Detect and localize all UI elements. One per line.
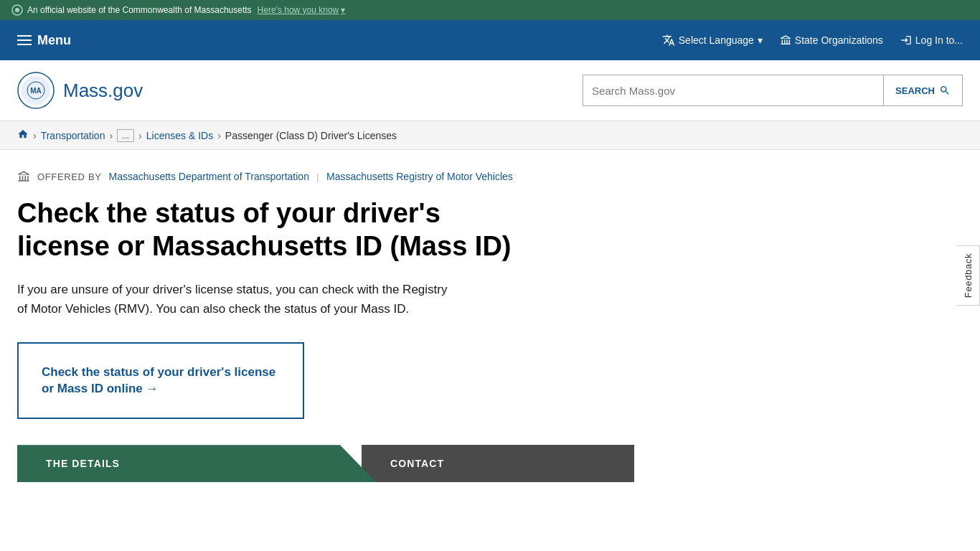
language-chevron-icon: ▾ xyxy=(758,34,763,46)
state-org-label: State Organizations xyxy=(795,34,883,46)
hamburger-icon xyxy=(17,35,32,45)
intro-text: If you are unsure of your driver's licen… xyxy=(17,280,448,319)
breadcrumb-separator-1: › xyxy=(33,130,37,141)
menu-label: Menu xyxy=(37,33,71,48)
breadcrumb-separator-2: › xyxy=(109,130,113,141)
offered-by-label: OFFERED BY xyxy=(37,171,102,182)
tab-contact[interactable]: CONTACT xyxy=(362,445,634,482)
offered-by-divider: | xyxy=(316,171,319,182)
log-in-link[interactable]: Log In to... xyxy=(900,34,963,46)
offered-by-org1-link[interactable]: Massachusetts Department of Transportati… xyxy=(109,171,309,182)
search-button[interactable]: SEARCH xyxy=(884,75,963,106)
breadcrumb-ellipsis[interactable]: ... xyxy=(117,129,134,142)
official-text-area: An official website of the Commonwealth … xyxy=(11,4,252,16)
svg-point-1 xyxy=(15,8,19,12)
how-you-know-link[interactable]: Here's how you know ▾ xyxy=(258,5,346,15)
home-icon xyxy=(17,128,29,140)
cta-link[interactable]: Check the status of your driver's licens… xyxy=(42,365,275,396)
page-title: Check the status of your driver's licens… xyxy=(17,197,519,263)
nav-right-area: Select Language ▾ State Organizations Lo… xyxy=(662,34,963,47)
cta-card[interactable]: Check the status of your driver's licens… xyxy=(17,342,304,420)
ma-seal-icon xyxy=(11,4,23,16)
main-content: OFFERED BY Massachusetts Department of T… xyxy=(0,150,933,482)
site-header: MA Mass.gov SEARCH xyxy=(0,60,980,121)
menu-button[interactable]: Menu xyxy=(17,33,71,48)
search-input[interactable] xyxy=(583,75,884,106)
breadcrumb-current-page: Passenger (Class D) Driver's Licenses xyxy=(225,130,397,141)
feedback-tab[interactable]: Feedback xyxy=(957,245,980,306)
offered-by-org2-link[interactable]: Massachusetts Registry of Motor Vehicles xyxy=(326,171,513,182)
breadcrumb-licenses-ids[interactable]: Licenses & IDs xyxy=(146,130,213,141)
top-banner: An official website of the Commonwealth … xyxy=(0,0,980,20)
bottom-tabs: THE DETAILS CONTACT xyxy=(17,445,915,482)
search-area: SEARCH xyxy=(583,75,963,106)
official-text: An official website of the Commonwealth … xyxy=(27,5,252,15)
site-logo-text[interactable]: Mass.gov xyxy=(63,80,143,102)
state-organizations-link[interactable]: State Organizations xyxy=(780,34,883,46)
breadcrumb: › Transportation › ... › Licenses & IDs … xyxy=(0,121,980,150)
tab-details[interactable]: THE DETAILS xyxy=(17,445,376,482)
building-icon xyxy=(17,170,30,183)
nav-bar: Menu Select Language ▾ State Organizatio… xyxy=(0,20,980,60)
chevron-icon: ▾ xyxy=(341,5,345,15)
select-language-label: Select Language xyxy=(679,34,754,46)
offered-by-area: OFFERED BY Massachusetts Department of T… xyxy=(17,170,915,183)
breadcrumb-separator-3: › xyxy=(138,130,142,141)
log-in-label: Log In to... xyxy=(915,34,963,46)
logo-area[interactable]: MA Mass.gov xyxy=(17,72,143,109)
breadcrumb-home[interactable] xyxy=(17,128,29,142)
mass-seal-icon: MA xyxy=(17,72,55,109)
breadcrumb-transportation[interactable]: Transportation xyxy=(41,130,105,141)
svg-text:MA: MA xyxy=(30,87,42,95)
breadcrumb-separator-4: › xyxy=(217,130,221,141)
google-translate-link[interactable]: Select Language ▾ xyxy=(662,34,763,47)
